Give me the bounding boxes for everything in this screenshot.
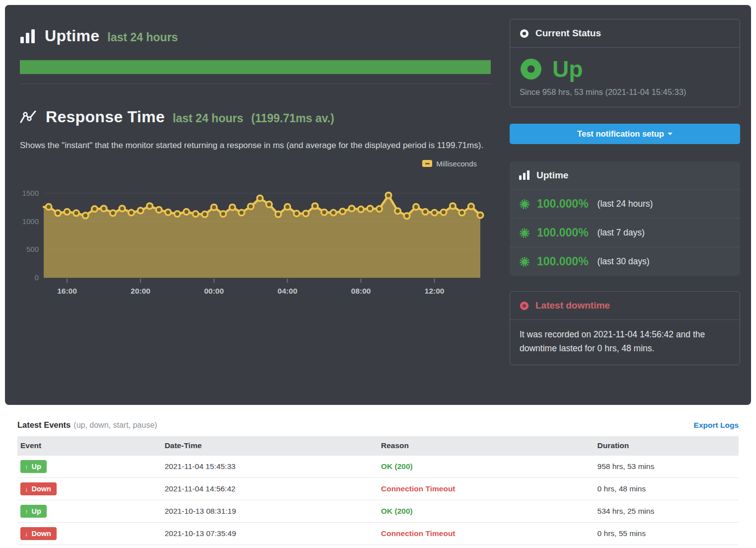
column-header-duration: Duration: [595, 436, 739, 456]
up-status-icon: [520, 58, 542, 80]
uptime-period: (last 7 days): [598, 228, 645, 238]
event-duration: 0 hrs, 48 mins: [595, 478, 739, 500]
latest-events-subtitle: (up, down, start, pause): [74, 421, 157, 430]
column-header-datetime: Date-Time: [161, 436, 378, 456]
uptime-stats-panel: Uptime 100.000% (last 24 hours) 100.000%…: [510, 161, 740, 276]
svg-text:04:00: 04:00: [278, 287, 298, 295]
uptime-row-24h: 100.000% (last 24 hours): [510, 189, 740, 218]
svg-text:0: 0: [35, 273, 39, 282]
test-notification-setup-button[interactable]: Test notification setup: [510, 124, 740, 144]
arrow-up-icon: ↑: [25, 508, 28, 515]
down-badge: ↓Down: [20, 527, 57, 540]
latest-events-title: Latest Events: [17, 420, 71, 430]
svg-text:1000: 1000: [22, 217, 39, 225]
event-reason: Connection Timeout: [381, 529, 455, 538]
latest-downtime-panel: Latest downtime It was recorded on 2021-…: [510, 291, 740, 365]
current-status-panel: Current Status Up Since 958 hrs, 53 mins…: [510, 19, 740, 107]
down-badge: ↓Down: [20, 482, 57, 495]
status-bullseye-icon: [520, 29, 529, 38]
response-section-title: Response Time: [46, 108, 165, 126]
event-datetime: 2021-11-04 15:45:33: [161, 456, 378, 478]
svg-text:500: 500: [26, 245, 39, 253]
current-status-body: Up Since 958 hrs, 53 mins (2021-11-04 15…: [510, 48, 740, 107]
event-duration: 534 hrs, 25 mins: [595, 500, 739, 523]
table-row: ↓Down 2021-10-13 07:35:49 Connection Tim…: [17, 523, 739, 545]
current-status-title: Current Status: [535, 28, 601, 39]
event-reason: OK (200): [381, 462, 413, 470]
uptime-period: (last 24 hours): [598, 199, 653, 209]
latest-events-section: Latest Events (up, down, start, pause) E…: [0, 405, 756, 545]
uptime-row-7d: 100.000% (last 7 days): [510, 218, 740, 247]
svg-text:20:00: 20:00: [131, 287, 151, 295]
export-logs-link[interactable]: Export Logs: [694, 421, 739, 430]
response-time-chart: Milliseconds 05001000150016:0020:0000:00…: [20, 156, 491, 301]
latest-downtime-text: It was recorded on 2021-11-04 14:56:42 a…: [510, 320, 740, 365]
section-divider: [20, 83, 491, 84]
svg-text:1500: 1500: [22, 189, 39, 197]
arrow-down-icon: ↓: [25, 485, 28, 493]
monitor-sidebar: Current Status Up Since 958 hrs, 53 mins…: [510, 19, 740, 391]
response-section-subtitle: last 24 hours: [173, 112, 243, 125]
uptime-percent: 100.000%: [537, 226, 589, 239]
test-notification-label: Test notification setup: [577, 129, 664, 138]
legend-swatch-icon: [422, 160, 432, 167]
events-table-header-row: Event Date-Time Reason Duration: [17, 436, 739, 456]
arrow-up-icon: ↑: [25, 463, 28, 470]
uptime-row-30d: 100.000% (last 30 days): [510, 247, 740, 276]
monitor-main-column: Uptime last 24 hours Response Time last …: [20, 19, 491, 391]
uptime-percent: 100.000%: [537, 255, 589, 268]
svg-text:12:00: 12:00: [425, 287, 445, 295]
response-average-note: (1199.71ms av.): [251, 112, 334, 125]
uptime-stats-title: Uptime: [536, 170, 568, 181]
table-row: ↑Up 2021-10-13 08:31:19 OK (200) 534 hrs…: [17, 500, 739, 523]
events-table: Event Date-Time Reason Duration ↑Up 2021…: [17, 436, 739, 545]
current-status-header: Current Status: [510, 19, 740, 48]
uptime-progress-bar: [20, 60, 491, 74]
event-datetime: 2021-10-13 08:31:19: [161, 500, 378, 523]
uptime-percent: 100.000%: [537, 197, 589, 211]
arrow-down-icon: ↓: [25, 530, 28, 538]
chart-legend[interactable]: Milliseconds: [422, 159, 477, 168]
up-badge: ↑Up: [20, 460, 47, 473]
chevron-down-icon: [668, 133, 673, 138]
uptime-stats-header: Uptime: [510, 161, 740, 189]
response-description: Shows the "instant" that the monitor sta…: [20, 139, 494, 153]
uptime-period: (last 30 days): [598, 256, 650, 267]
bar-chart-small-icon: [519, 170, 530, 180]
monitor-panel: Uptime last 24 hours Response Time last …: [5, 5, 751, 405]
uptime-section-subtitle: last 24 hours: [107, 31, 178, 44]
legend-label: Milliseconds: [436, 159, 477, 168]
status-value: Up: [552, 56, 583, 82]
uptime-section-title: Uptime: [45, 27, 99, 45]
status-since-text: Since 958 hrs, 53 mins (2021-11-04 15:45…: [520, 87, 730, 97]
latest-downtime-title: Latest downtime: [535, 300, 610, 311]
event-reason: Connection Timeout: [381, 484, 455, 493]
downtime-bullseye-icon: [520, 301, 529, 311]
svg-text:08:00: 08:00: [351, 287, 371, 295]
event-datetime: 2021-10-13 07:35:49: [161, 523, 378, 545]
seal-icon: [519, 256, 530, 267]
svg-text:00:00: 00:00: [204, 287, 224, 295]
column-header-reason: Reason: [378, 436, 595, 456]
column-header-event: Event: [17, 436, 161, 456]
bar-chart-icon: [20, 29, 37, 44]
uptime-section-header: Uptime last 24 hours: [20, 27, 491, 45]
event-datetime: 2021-11-04 14:56:42: [161, 478, 378, 500]
svg-text:16:00: 16:00: [57, 287, 77, 295]
response-time-plot: 05001000150016:0020:0000:0004:0008:0012:…: [20, 173, 491, 301]
table-row: ↓Down 2021-11-04 14:56:42 Connection Tim…: [17, 478, 739, 500]
event-reason: OK (200): [381, 507, 413, 515]
up-badge: ↑Up: [20, 505, 47, 518]
latest-downtime-header: Latest downtime: [510, 292, 740, 320]
table-row: ↑Up 2021-11-04 15:45:33 OK (200) 958 hrs…: [17, 456, 739, 478]
seal-icon: [519, 199, 530, 210]
response-section-header: Response Time last 24 hours (1199.71ms a…: [20, 108, 491, 126]
event-duration: 958 hrs, 53 mins: [595, 456, 739, 478]
seal-icon: [519, 228, 530, 238]
activity-line-icon: [20, 109, 38, 125]
event-duration: 0 hrs, 55 mins: [595, 523, 739, 545]
